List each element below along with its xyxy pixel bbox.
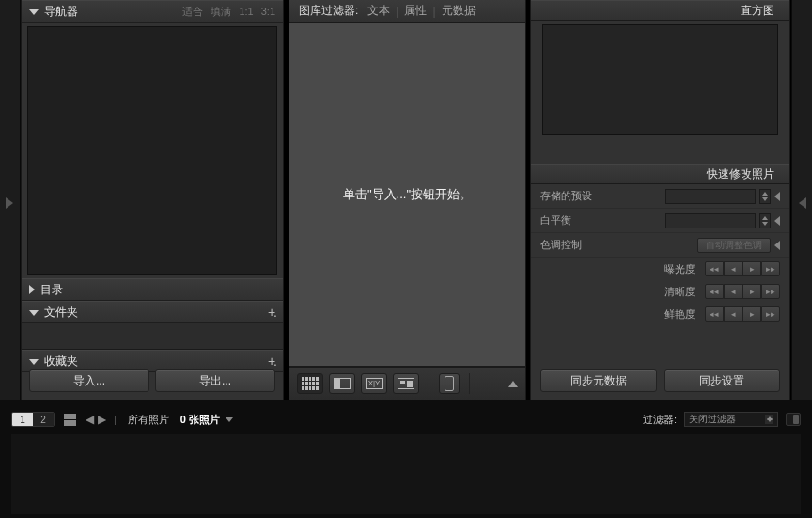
sync-button-row: 同步元数据 同步设置	[531, 369, 789, 392]
monitor-2[interactable]: 2	[33, 413, 54, 426]
photo-count: 0 张照片	[180, 413, 220, 427]
filter-meta-tab[interactable]: 元数据	[442, 3, 476, 19]
nav-zoom-fit[interactable]: 适合	[182, 0, 203, 23]
left-edge-collapse[interactable]	[0, 0, 21, 400]
painter-tool-button[interactable]	[439, 373, 460, 394]
catalog-title: 目录	[40, 278, 63, 301]
filter-attr-tab[interactable]: 属性	[404, 3, 427, 19]
histogram-well	[542, 24, 778, 135]
survey-icon	[398, 378, 414, 389]
add-folder-icon[interactable]: +.	[268, 301, 275, 323]
chevron-right-icon	[799, 197, 806, 209]
disclosure-down-icon	[29, 9, 39, 15]
saved-preset-label: 存储的预设	[540, 189, 592, 203]
empty-library-message: 单击"导入..."按钮开始。	[343, 186, 472, 203]
import-button[interactable]: 导入...	[29, 369, 149, 392]
sync-metadata-button[interactable]: 同步元数据	[540, 369, 657, 392]
nav-zoom-1-1[interactable]: 1:1	[239, 0, 253, 23]
toolbar-options-icon[interactable]	[508, 381, 518, 387]
right-edge-collapse[interactable]	[791, 0, 812, 400]
histogram-title: 直方图	[741, 3, 774, 19]
folders-body	[22, 323, 283, 350]
center-toolbar: X|Y	[289, 367, 526, 400]
sync-settings-button[interactable]: 同步设置	[664, 369, 781, 392]
filmstrip-filter-label: 过滤器:	[643, 413, 677, 427]
loupe-icon	[334, 378, 351, 389]
vibrance-row: 鲜艳度 ◂◂◂▸▸▸	[531, 303, 789, 325]
filter-text-tab[interactable]: 文本	[367, 3, 390, 19]
catalog-header[interactable]: 目录	[22, 278, 283, 301]
chevron-left-icon	[6, 197, 13, 209]
exposure-row: 曝光度 ◂◂◂▸▸▸	[531, 258, 789, 280]
auto-tone-button[interactable]: 自动调整色调	[697, 238, 771, 253]
clarity-row: 清晰度 ◂◂◂▸▸▸	[531, 280, 789, 303]
disclosure-right-icon	[29, 285, 35, 294]
white-balance-label: 白平衡	[540, 213, 571, 228]
breadcrumb-source[interactable]: 所有照片	[128, 413, 169, 427]
left-panel: 导航器 适合 填满 1:1 3:1 目录 文件夹 +. 收藏夹 +. 导入...	[21, 0, 284, 400]
navigator-preview	[27, 26, 277, 275]
filter-label: 图库过滤器:	[299, 3, 358, 19]
grid-canvas: 单击"导入..."按钮开始。	[289, 23, 526, 367]
saved-preset-row: 存储的预设	[531, 184, 789, 209]
export-button[interactable]: 导出...	[155, 369, 275, 392]
clarity-label: 清晰度	[664, 285, 695, 299]
nav-zoom-3-1[interactable]: 3:1	[261, 0, 275, 23]
filter-lock-switch[interactable]	[786, 413, 801, 426]
app-root: 导航器 适合 填满 1:1 3:1 目录 文件夹 +. 收藏夹 +. 导入...	[0, 0, 812, 518]
library-filter-bar: 图库过滤器: 文本| 属性| 元数据	[289, 0, 526, 23]
saved-preset-dropdown[interactable]	[665, 189, 756, 204]
grid-icon	[302, 377, 319, 390]
disclosure-down-icon	[29, 359, 39, 365]
grid-view-button[interactable]	[297, 373, 323, 394]
folders-header[interactable]: 文件夹 +.	[22, 301, 283, 323]
quick-develop-title: 快速修改照片	[707, 166, 774, 182]
filmstrip-thumbnails[interactable]	[11, 434, 801, 514]
compare-view-button[interactable]: X|Y	[361, 373, 387, 394]
filmstrip: 1 2 ◀ ▶ | 所有照片 0 张照片 过滤器: 关闭过滤器	[0, 400, 812, 518]
toolbar-divider	[429, 373, 429, 394]
spray-can-icon	[445, 376, 454, 391]
tone-control-label: 色调控制	[540, 238, 582, 252]
exposure-label: 曝光度	[664, 262, 695, 276]
quick-develop-header[interactable]: 快速修改照片	[531, 164, 789, 184]
compare-icon: X|Y	[366, 378, 383, 389]
survey-view-button[interactable]	[393, 373, 419, 394]
right-panel: 直方图 快速修改照片 存储的预设 白平衡 色调控制	[530, 0, 790, 400]
nav-forward-icon[interactable]: ▶	[98, 413, 106, 426]
tone-control-row: 色调控制 自动调整色调	[531, 233, 789, 258]
loupe-view-button[interactable]	[329, 373, 355, 394]
white-balance-row: 白平衡	[531, 209, 789, 233]
nav-back-icon[interactable]: ◀	[86, 413, 94, 426]
monitor-1[interactable]: 1	[12, 413, 33, 426]
center-panel: 图库过滤器: 文本| 属性| 元数据 单击"导入..."按钮开始。 X|Y	[289, 0, 526, 400]
vibrance-steppers[interactable]: ◂◂◂▸▸▸	[705, 306, 780, 322]
chevron-left-icon[interactable]	[774, 216, 780, 226]
grid-toggle-icon[interactable]	[64, 414, 76, 426]
left-button-row: 导入... 导出...	[22, 369, 283, 392]
white-balance-dropdown[interactable]	[665, 213, 756, 228]
navigator-header[interactable]: 导航器 适合 填满 1:1 3:1	[22, 0, 283, 23]
breadcrumb-menu-icon[interactable]	[226, 417, 233, 422]
wb-stepper[interactable]	[759, 213, 771, 228]
filmstrip-bar: 1 2 ◀ ▶ | 所有照片 0 张照片 过滤器: 关闭过滤器	[11, 410, 801, 429]
folders-title: 文件夹	[44, 301, 78, 323]
chevron-left-icon[interactable]	[774, 192, 780, 201]
filmstrip-filter-dropdown[interactable]: 关闭过滤器	[684, 412, 778, 427]
preset-stepper[interactable]	[759, 189, 771, 204]
histogram-header[interactable]: 直方图	[531, 0, 789, 21]
monitor-segment[interactable]: 1 2	[11, 412, 55, 427]
nav-zoom-fill[interactable]: 填满	[211, 0, 231, 23]
navigator-title: 导航器	[44, 0, 78, 23]
exposure-steppers[interactable]: ◂◂◂▸▸▸	[705, 261, 780, 276]
toolbar-divider	[469, 373, 470, 394]
clarity-steppers[interactable]: ◂◂◂▸▸▸	[705, 284, 780, 299]
chevron-left-icon[interactable]	[774, 241, 780, 250]
vibrance-label: 鲜艳度	[664, 307, 695, 322]
disclosure-down-icon	[29, 310, 39, 316]
